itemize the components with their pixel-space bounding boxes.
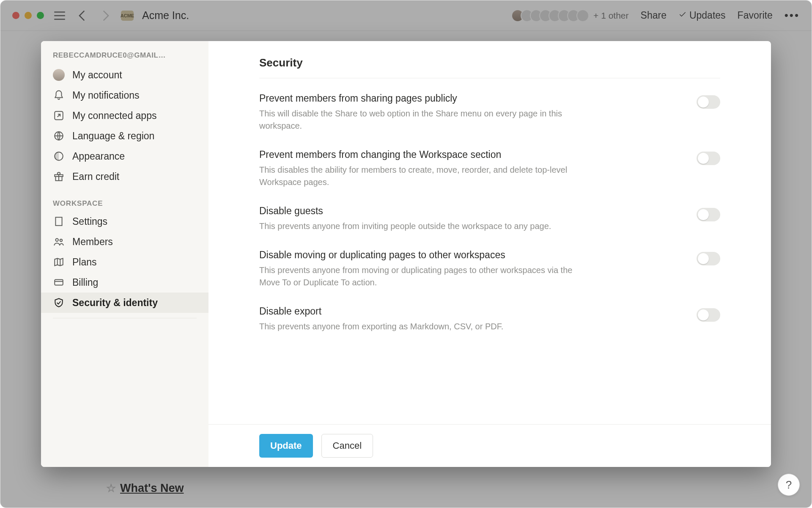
moon-icon: [53, 150, 65, 162]
settings-sidebar: REBECCAMDRUCE0@GMAIL… My account My noti…: [41, 41, 208, 467]
svg-point-15: [55, 238, 58, 241]
settings-footer: Update Cancel: [208, 424, 771, 467]
sidebar-item-security-identity[interactable]: Security & identity: [41, 293, 208, 313]
cancel-button[interactable]: Cancel: [321, 434, 373, 458]
setting-disable-guests: Disable guests This prevents anyone from…: [259, 205, 720, 249]
external-link-icon: [53, 110, 65, 121]
settings-scroll[interactable]: Security Prevent members from sharing pa…: [208, 41, 771, 424]
avatar-icon: [53, 69, 65, 81]
sidebar-item-connected-apps[interactable]: My connected apps: [41, 105, 208, 126]
building-icon: [53, 215, 65, 227]
toggle-disable-export[interactable]: [697, 308, 720, 322]
setting-desc: This will disable the Share to web optio…: [259, 108, 589, 132]
sidebar-item-billing[interactable]: Billing: [41, 272, 208, 293]
bell-icon: [53, 89, 65, 101]
globe-icon: [53, 130, 65, 142]
app-window: ACME Acme Inc. + 1 other Share Updates F…: [0, 0, 812, 508]
sidebar-item-earn-credit[interactable]: Earn credit: [41, 166, 208, 187]
sidebar-item-label: Settings: [72, 216, 107, 227]
update-button[interactable]: Update: [259, 434, 313, 458]
setting-desc: This prevents anyone from inviting peopl…: [259, 220, 589, 232]
map-icon: [53, 256, 65, 268]
sidebar-item-my-account[interactable]: My account: [41, 65, 208, 85]
sidebar-item-label: My account: [72, 69, 122, 81]
whats-new-label: What's New: [120, 482, 184, 495]
toggle-prevent-workspace-change[interactable]: [697, 152, 720, 165]
sidebar-item-appearance[interactable]: Appearance: [41, 146, 208, 166]
underlying-page-link[interactable]: ☆ What's New: [106, 482, 184, 495]
setting-disable-export: Disable export This prevents anyone from…: [259, 306, 720, 341]
sidebar-item-label: Members: [72, 236, 113, 248]
toggle-disable-guests[interactable]: [697, 208, 720, 221]
sidebar-item-label: Language & region: [72, 130, 154, 142]
setting-desc: This prevents anyone from moving or dupl…: [259, 264, 589, 289]
sidebar-item-my-notifications[interactable]: My notifications: [41, 85, 208, 105]
setting-title: Prevent members from changing the Worksp…: [259, 149, 680, 160]
page-title: Security: [259, 56, 720, 78]
toggle-disable-move-duplicate[interactable]: [697, 252, 720, 265]
sidebar-item-members[interactable]: Members: [41, 232, 208, 252]
credit-card-icon: [53, 276, 65, 288]
sidebar-item-label: Billing: [72, 277, 98, 288]
star-icon: ☆: [106, 482, 116, 495]
setting-title: Disable guests: [259, 205, 680, 217]
sidebar-item-label: Plans: [72, 257, 97, 268]
toggle-prevent-public-sharing[interactable]: [697, 95, 720, 109]
setting-prevent-public-sharing: Prevent members from sharing pages publi…: [259, 93, 720, 149]
setting-title: Disable export: [259, 306, 680, 317]
setting-desc: This disables the ability for members to…: [259, 164, 589, 188]
shield-icon: [53, 297, 65, 309]
sidebar-item-label: My connected apps: [72, 110, 156, 121]
setting-disable-move-duplicate: Disable moving or duplicating pages to o…: [259, 249, 720, 306]
gift-icon: [53, 171, 65, 182]
svg-point-16: [60, 239, 62, 241]
svg-rect-19: [55, 280, 63, 285]
setting-desc: This prevents anyone from exporting as M…: [259, 320, 589, 333]
help-button[interactable]: ?: [778, 474, 800, 496]
settings-modal: REBECCAMDRUCE0@GMAIL… My account My noti…: [41, 41, 771, 467]
sidebar-item-label: Security & identity: [72, 297, 158, 309]
svg-rect-8: [55, 217, 62, 226]
help-label: ?: [786, 478, 792, 491]
setting-prevent-workspace-change: Prevent members from changing the Worksp…: [259, 149, 720, 205]
account-email: REBECCAMDRUCE0@GMAIL…: [41, 51, 208, 65]
sidebar-item-settings[interactable]: Settings: [41, 211, 208, 232]
sidebar-divider: [53, 318, 197, 318]
sidebar-item-language-region[interactable]: Language & region: [41, 126, 208, 146]
sidebar-section-workspace: WORKSPACE: [41, 187, 208, 211]
setting-title: Disable moving or duplicating pages to o…: [259, 249, 680, 261]
people-icon: [53, 236, 65, 248]
setting-title: Prevent members from sharing pages publi…: [259, 93, 680, 104]
sidebar-item-label: Appearance: [72, 151, 125, 162]
settings-main: Security Prevent members from sharing pa…: [208, 41, 771, 467]
sidebar-item-label: My notifications: [72, 90, 140, 101]
sidebar-item-label: Earn credit: [72, 171, 119, 182]
sidebar-item-plans[interactable]: Plans: [41, 252, 208, 272]
